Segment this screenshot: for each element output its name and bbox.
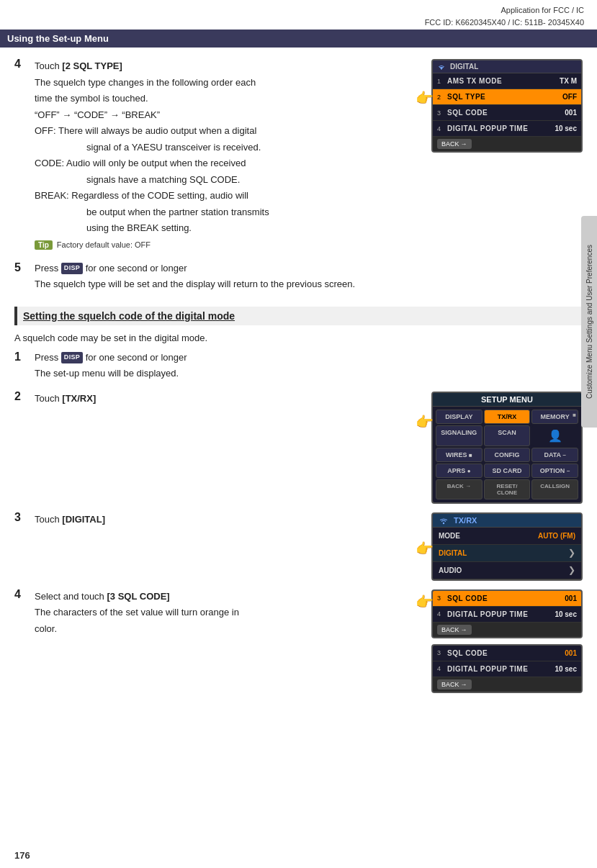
screen1-header: DIGITAL [433,60,581,73]
screen1-row-1: 1 AMS TX MODE TX M [433,73,581,89]
setup-menu-screen: SETUP MENU DISPLAY TX/RX MEMORY ■ SIGNAL… [431,392,583,504]
setup-cell-aprs: APRS ● [436,464,482,478]
tip-box: Tip Factory default value: OFF [35,240,151,250]
header-line1: Application for FCC / IC [0,4,584,17]
setup-header: SETUP MENU [433,393,581,407]
setup-cell-wires: WIRES ■ [436,448,482,462]
setup-cell-sdcard: SD CARD [484,464,531,478]
step-4-content: Touch [2 SQL TYPE] The squelch type chan… [35,59,583,254]
svg-point-1 [443,522,444,523]
s2-step-1-num: 1 [14,351,35,363]
step-4-line3: “OFF” → “CODE” → “BREAK” [35,108,421,122]
s2-step-2: 2 Touch [TX/RX] SETUP MENU DISPLAY [14,390,583,504]
sidebar-tab: Customize Menu Settings and User Prefere… [581,216,597,428]
step-4-line2: time the symbol is touched. [35,91,421,106]
s2-step-4-line1: The characters of the set value will tur… [35,605,421,620]
screen-1-wrapper: DIGITAL 1 AMS TX MODE TX M 2 SQL TYPE OF… [431,59,583,153]
step-5-line1: Press DISP for one second or longer [35,261,583,276]
hand-pointer-2: 👉 [416,413,434,430]
s2-step-2-content: Touch [TX/RX] SETUP MENU DISPLAY TX/RX [35,392,583,504]
step-5-line2: The squelch type will be set and the dis… [35,277,583,291]
setup-cell-scan: SCAN [484,425,531,446]
s2-step-4-line2: color. [35,622,421,636]
sql-code-screen1-wrapper: 3 SQL CODE 001 4 DIGITAL POPUP TIME 10 s… [431,589,583,638]
txrx-row-digital: DIGITAL ❯ [433,545,581,562]
setup-cell-empty1: 👤 [531,425,578,446]
step-5: 5 Press DISP for one second or longer Th… [14,261,583,294]
svg-point-0 [441,68,441,69]
txrx-screen: TX/RX MODE AUTO (FM) DIGITAL ❯ AUDIO ❯ [431,512,583,581]
s2-step-4: 4 Select and touch [3 SQL CODE] The char… [14,588,583,693]
hand-pointer-3: 👉 [416,540,434,557]
setup-cell-callsign: CALLSIGN [531,479,578,499]
section-bar: Using the Set-up Menu [0,30,597,48]
sql-code-screen-1: 3 SQL CODE 001 4 DIGITAL POPUP TIME 10 s… [431,589,583,638]
s2-step-2-num: 2 [14,390,35,403]
s2-step-3-body: Touch [DIGITAL] TX/RX [35,511,583,581]
s2-step-2-title: Touch [TX/RX] [35,392,421,406]
header-line2: FCC ID: K6620345X40 / IC: 511B- 20345X40 [0,17,584,29]
page-header: Application for FCC / IC FCC ID: K662034… [0,0,597,30]
setup-cell-txrx: TX/RX [484,410,531,424]
screen1-row-2: 2 SQL TYPE OFF [433,89,581,105]
device-screen-1: DIGITAL 1 AMS TX MODE TX M 2 SQL TYPE OF… [431,59,583,153]
s2-step-4-content: Select and touch [3 SQL CODE] The charac… [35,589,583,638]
setup-grid: DISPLAY TX/RX MEMORY ■ SIGNALING SCAN 👤 [433,407,581,502]
hand-pointer-4: 👉 [416,593,434,610]
s2-step-4-title: Select and touch [3 SQL CODE] [35,589,421,604]
setup-cell-option: OPTION ~ [531,464,578,478]
step-4-off2: signal of a YAESU transceiver is receive… [35,140,421,155]
setup-cell-data: DATA ~ [531,448,578,462]
setup-cell-memory: MEMORY ■ [531,410,578,424]
step-4-line1: The squelch type changes in the followin… [35,76,421,90]
sqlcode1-row-4: 4 DIGITAL POPUP TIME 10 sec [433,607,581,623]
setup-cell-display: DISPLAY [436,410,482,424]
disp-icon-1: DISP [61,263,83,274]
s2-step-4-num: 4 [14,588,35,601]
s2-step-2-text: Touch [TX/RX] [35,392,421,408]
back-button-3: BACK → [437,679,472,690]
step-5-num: 5 [14,261,35,274]
wifi-icon [437,63,446,71]
section-2-intro: A squelch code may be set in the digital… [14,333,583,343]
txrx-screen-wrapper: TX/RX MODE AUTO (FM) DIGITAL ❯ AUDIO ❯ [431,512,583,581]
setup-cell-config: CONFIG [484,448,531,462]
txrx-row-mode: MODE AUTO (FM) [433,528,581,545]
step-4-break: BREAK: Regardless of the CODE setting, a… [35,189,421,203]
tip-text: Factory default value: OFF [57,240,151,249]
screen1-footer: BACK → [433,137,581,151]
page-number: 176 [14,850,30,861]
setup-menu-screen-wrapper: SETUP MENU DISPLAY TX/RX MEMORY ■ SIGNAL… [431,392,583,504]
s2-step-3-num: 3 [14,511,35,524]
s2-step-1-body: Press DISP for one second or longer The … [35,351,583,383]
sql-code-screen2-container: 3 SQL CODE 001 4 DIGITAL POPUP TIME 10 s… [35,644,583,693]
setup-cell-back: BACK → [436,479,482,499]
txrx-header: TX/RX [433,514,581,528]
s2-step-4-body: Select and touch [3 SQL CODE] The charac… [35,588,583,693]
step-4-code2: signals have a matching SQL CODE. [35,173,421,187]
back-button: BACK → [437,139,472,149]
step-4-text: Touch [2 SQL TYPE] The squelch type chan… [35,59,421,254]
screen1-row-4: 4 DIGITAL POPUP TIME 10 sec [433,121,581,137]
step-5-body: Press DISP for one second or longer The … [35,261,583,294]
step-4-code: CODE: Audio will only be output when the… [35,156,421,171]
setup-cell-signaling: SIGNALING [436,425,482,446]
sidebar-tab-text: Customize Menu Settings and User Prefere… [585,245,593,399]
s2-step-3-content: Touch [DIGITAL] TX/RX [35,512,583,581]
hand-pointer-1: 👉 [416,89,434,107]
screen1-row-3: 3 SQL CODE 001 [433,105,581,121]
txrx-row-audio: AUDIO ❯ [433,562,581,579]
sqlcode2-row-3: 3 SQL CODE 001 [433,646,581,661]
step-4-num: 4 [14,58,35,71]
step-4-break3: using the BREAK setting. [35,221,421,235]
sqlcode1-footer: BACK → [433,623,581,637]
sql-code-screen-2: 3 SQL CODE 001 4 DIGITAL POPUP TIME 10 s… [431,644,583,693]
step-4-body: Touch [2 SQL TYPE] The squelch type chan… [35,58,583,254]
sqlcode2-row-4: 4 DIGITAL POPUP TIME 10 sec [433,661,581,677]
main-content: 4 Touch [2 SQL TYPE] The squelch type ch… [0,58,597,715]
step-4-off: OFF: There will always be audio output w… [35,124,421,138]
setup-cell-reset-clone: RESET/CLONE [484,479,531,499]
s2-step-1-line1: Press DISP for one second or longer [35,351,583,365]
sqlcode2-footer: BACK → [433,677,581,692]
sqlcode1-row-3: 3 SQL CODE 001 [433,591,581,607]
